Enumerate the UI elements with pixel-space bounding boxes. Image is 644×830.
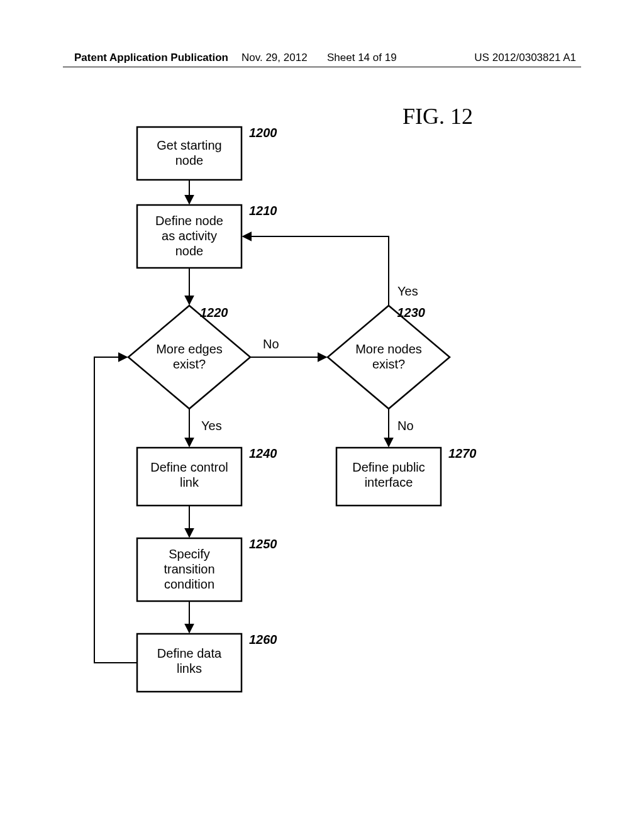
- node-1200: Get starting node 1200: [137, 126, 277, 180]
- node-1220-line1: More edges: [156, 342, 223, 356]
- node-1240-line1: Define control: [150, 460, 228, 474]
- node-1210-line2: as activity: [162, 229, 217, 243]
- label-no-1230: No: [397, 419, 414, 433]
- label-yes-1220: Yes: [201, 419, 222, 433]
- node-1220-ref: 1220: [200, 306, 228, 319]
- node-1220-line2: exist?: [173, 357, 206, 371]
- node-1240: Define control link 1240: [137, 446, 277, 506]
- node-1250: Specify transition condition 1250: [137, 537, 277, 601]
- node-1230: More nodes exist? 1230: [328, 306, 450, 409]
- node-1200-line1: Get starting: [157, 138, 221, 152]
- node-1260-ref: 1260: [249, 633, 277, 646]
- label-no-1220: No: [263, 337, 279, 351]
- node-1270-ref: 1270: [448, 446, 477, 460]
- node-1220: More edges exist? 1220: [128, 306, 250, 409]
- node-1250-line2: transition: [164, 562, 214, 576]
- node-1230-ref: 1230: [397, 306, 426, 319]
- node-1200-ref: 1200: [249, 126, 277, 140]
- node-1250-line1: Specify: [169, 547, 210, 561]
- node-1260-line1: Define data: [157, 646, 222, 660]
- arrow-1230-1210: [243, 236, 389, 306]
- node-1250-line3: condition: [164, 577, 214, 591]
- node-1270: Define public interface 1270: [336, 446, 477, 506]
- node-1250-ref: 1250: [249, 537, 277, 551]
- label-yes-1230: Yes: [397, 284, 418, 298]
- node-1210-line3: node: [175, 244, 204, 258]
- flowchart: Get starting node 1200 Define node as ac…: [0, 0, 644, 830]
- node-1230-line1: More nodes: [355, 342, 422, 356]
- node-1240-line2: link: [180, 475, 199, 489]
- node-1210-line1: Define node: [155, 214, 223, 228]
- node-1240-ref: 1240: [249, 446, 277, 460]
- node-1260: Define data links 1260: [137, 633, 277, 692]
- node-1260-line2: links: [177, 661, 202, 675]
- node-1270-line2: interface: [365, 475, 413, 489]
- node-1200-line2: node: [175, 153, 204, 167]
- arrow-1260-1220: [94, 357, 137, 663]
- node-1210-ref: 1210: [249, 204, 277, 218]
- node-1230-line2: exist?: [372, 357, 405, 371]
- node-1270-line1: Define public: [352, 460, 425, 474]
- page: Patent Application Publication Nov. 29, …: [0, 0, 644, 830]
